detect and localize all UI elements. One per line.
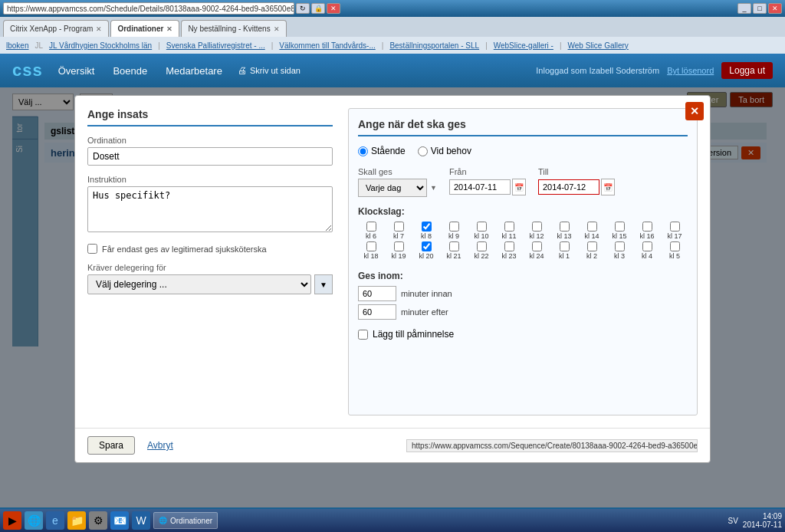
spara-button[interactable]: Spara — [87, 436, 135, 455]
bookmark-palliativ[interactable]: Svenska Palliativregistret - ... — [163, 41, 268, 51]
print-link[interactable]: Skriv ut sidan — [250, 66, 301, 75]
till-input[interactable] — [538, 179, 599, 195]
kl-checkbox-kl10[interactable] — [477, 222, 487, 232]
till-calendar-btn[interactable]: 📅 — [601, 179, 615, 195]
ordination-input[interactable] — [87, 147, 333, 166]
kl-checkbox-kl1[interactable] — [560, 241, 570, 251]
lock-icon: 🔒 — [311, 3, 325, 14]
close-btn[interactable]: ✕ — [768, 3, 782, 14]
kl-label-kl15: kl 15 — [612, 232, 626, 240]
minuter-innan-text: minuter innan — [401, 289, 452, 298]
refresh-btn[interactable]: ↻ — [296, 3, 310, 14]
radio-vid-behov-label[interactable]: Vid behov — [418, 146, 471, 156]
radio-staende-label[interactable]: Stående — [358, 146, 406, 156]
modal-close-button[interactable]: ✕ — [685, 102, 704, 120]
taskbar-mail-icon[interactable]: 📧 — [110, 511, 129, 530]
tab-citrix[interactable]: Citrix XenApp - Program ✕ — [3, 20, 109, 37]
tab-ordinationer[interactable]: Ordinationer ✕ — [110, 20, 179, 37]
taskbar-active-window[interactable]: 🌐 Ordinationer — [153, 512, 218, 529]
kl-checkbox-kl2[interactable] — [587, 241, 597, 251]
kl-checkbox-kl18[interactable] — [366, 241, 376, 251]
nav-medarbetare[interactable]: Medarbetare — [166, 65, 222, 77]
kl-checkbox-kl22[interactable] — [477, 241, 487, 251]
minuter-innan-input[interactable] — [358, 286, 396, 301]
nav-boende[interactable]: Boende — [113, 65, 147, 77]
skall-ges-select[interactable]: Varje dag — [358, 179, 427, 197]
kl-checkbox-kl4[interactable] — [642, 241, 652, 251]
kl-checkbox-kl20[interactable] — [422, 241, 432, 251]
logout-button[interactable]: Logga ut — [721, 62, 773, 79]
tab-ordinationer-close[interactable]: ✕ — [166, 25, 172, 33]
modal-backdrop: ✕ Ange insats Ordination Instruktion Hus… — [0, 87, 785, 507]
taskbar-chrome-icon[interactable]: 🌐 — [25, 511, 43, 530]
delegering-select[interactable]: Välj delegering ... — [87, 274, 311, 294]
radio-vid-behov[interactable] — [418, 146, 428, 156]
kl-checkbox-kl7[interactable] — [394, 222, 404, 232]
login-text: Inloggad som Izabell Soderström — [536, 66, 659, 75]
kl-cell-kl7: kl 7 — [386, 222, 412, 240]
kl-checkbox-kl17[interactable] — [670, 222, 680, 232]
bookmark-webslice[interactable]: WebSlice-galleri - — [491, 41, 557, 51]
taskbar-start-btn[interactable]: ▶ — [3, 511, 21, 530]
kl-label-kl5: kl 5 — [669, 252, 680, 260]
kl-cell-kl19: kl 19 — [386, 241, 412, 260]
taskbar-folder-icon[interactable]: 📁 — [67, 511, 86, 530]
kl-checkbox-kl21[interactable] — [449, 241, 459, 251]
kl-checkbox-kl6[interactable] — [366, 222, 376, 232]
nav-oversikt[interactable]: Översikt — [58, 65, 95, 77]
taskbar-bottom: ▶ 🌐 e 📁 ⚙ 📧 W 🌐 Ordinationer SV 14:09 20… — [0, 509, 785, 532]
minuter-efter-input[interactable] — [358, 304, 396, 320]
bookmark-bestallning[interactable]: Beställningsportalen - SLL — [386, 41, 482, 51]
kl-label-kl14: kl 14 — [584, 232, 599, 240]
kl-cell-kl2: kl 2 — [579, 241, 605, 260]
tab-citrix-close[interactable]: ✕ — [96, 25, 102, 33]
bookmark-webslice-gallery[interactable]: Web Slice Gallery — [565, 41, 632, 51]
bookmark-vardhygien[interactable]: JL Vårdhygien Stockholms län — [46, 41, 155, 51]
reminder-row: Lägg till påminnelse — [358, 329, 688, 340]
delegering-group: Kräver delegering för Välj delegering ..… — [87, 263, 333, 294]
taskbar-word-icon[interactable]: W — [132, 511, 150, 530]
kl-checkbox-kl12[interactable] — [532, 222, 542, 232]
kl-cell-kl10: kl 10 — [468, 222, 494, 240]
kl-cell-kl12: kl 12 — [524, 222, 550, 240]
taskbar-settings-icon[interactable]: ⚙ — [89, 511, 107, 530]
legitimerad-checkbox[interactable] — [87, 244, 97, 254]
kl-checkbox-kl13[interactable] — [560, 222, 570, 232]
instruktion-textarea[interactable]: Hus specifikt? — [87, 186, 333, 232]
kl-label-kl22: kl 22 — [474, 252, 488, 260]
kl-checkbox-kl16[interactable] — [642, 222, 652, 232]
reminder-checkbox[interactable] — [358, 330, 368, 340]
kl-checkbox-kl14[interactable] — [587, 222, 597, 232]
address-bar[interactable]: https://www.appvamcss.com/Schedule/Detai… — [3, 2, 294, 15]
kl-checkbox-kl11[interactable] — [504, 222, 514, 232]
skall-ges-row: Skall ges Varje dag ▼ Från — [358, 167, 688, 197]
avbryt-button[interactable]: Avbryt — [147, 440, 173, 451]
maximize-btn[interactable]: □ — [753, 3, 767, 14]
kl-checkbox-kl15[interactable] — [615, 222, 625, 232]
radio-staende[interactable] — [358, 146, 368, 156]
kl-checkbox-kl8[interactable] — [422, 222, 432, 232]
tab-bestallning[interactable]: Ny beställning - Kvittens ✕ — [181, 20, 286, 37]
app-logo: css — [12, 61, 43, 80]
kl-checkbox-kl5[interactable] — [670, 241, 680, 251]
kl-cell-kl24: kl 24 — [524, 241, 550, 260]
delegering-dropdown-btn[interactable]: ▼ — [314, 274, 333, 294]
kl-label-kl3: kl 3 — [614, 252, 625, 260]
kl-checkbox-kl24[interactable] — [532, 241, 542, 251]
change-password-link[interactable]: Byt lösenord — [667, 66, 714, 75]
kl-checkbox-kl3[interactable] — [615, 241, 625, 251]
klockslag-label: Klockslag: — [358, 206, 688, 217]
kl-checkbox-kl9[interactable] — [449, 222, 459, 232]
kl-checkbox-kl19[interactable] — [394, 241, 404, 251]
minimize-btn[interactable]: _ — [737, 3, 751, 14]
fran-input[interactable] — [449, 179, 511, 195]
bookmark-lboken[interactable]: lboken — [3, 41, 31, 51]
taskbar-ie-icon[interactable]: e — [46, 511, 64, 530]
header-right: Inloggad som Izabell Soderström Byt löse… — [536, 62, 773, 79]
kl-cell-kl20: kl 20 — [413, 241, 439, 260]
bookmark-tandvard[interactable]: Välkommen till Tandvårds-... — [276, 41, 378, 51]
close-tab-btn[interactable]: ✕ — [327, 3, 340, 14]
fran-calendar-btn[interactable]: 📅 — [512, 179, 526, 195]
kl-checkbox-kl23[interactable] — [504, 241, 514, 251]
tab-bestallning-close[interactable]: ✕ — [274, 25, 280, 33]
